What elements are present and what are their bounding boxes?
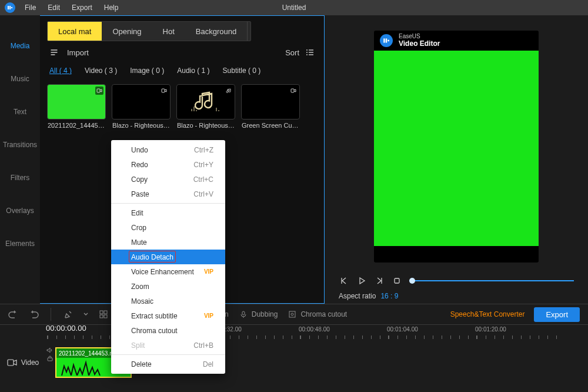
tab-hot[interactable]: Hot	[152, 22, 185, 41]
context-menu: UndoCtrl+Z RedoCtrl+Y CopyCtrl+C PasteCt…	[111, 140, 225, 374]
menu-file[interactable]: File	[19, 4, 42, 12]
media-item[interactable]: Blazo - Righteous Pa…	[112, 84, 171, 129]
timeline-toolbar: Mosaic Freeze Duration Dubbing Chroma cu…	[0, 304, 588, 325]
menu-help[interactable]: Help	[98, 4, 125, 12]
mute-track-icon[interactable]	[46, 347, 54, 353]
side-tab-transitions[interactable]: Transitions	[0, 128, 40, 161]
play-button[interactable]	[356, 275, 367, 286]
ctx-edit[interactable]: Edit	[111, 205, 225, 220]
recent-icon[interactable]	[49, 48, 59, 57]
ctx-crop[interactable]: Crop	[111, 220, 225, 235]
tab-local-mat[interactable]: Local mat	[48, 22, 102, 41]
import-row: Import Sort	[40, 44, 324, 61]
preview-panel: EaseUS Video Editor Aspect ratio 16 : 9	[325, 15, 588, 304]
svg-rect-26	[100, 315, 103, 318]
svg-rect-9	[97, 89, 100, 92]
media-category-tabs: Local mat Opening Hot Background	[40, 18, 324, 44]
ctx-chroma-cutout[interactable]: Chroma cutout	[111, 323, 225, 338]
side-tab-music[interactable]: Music	[0, 62, 40, 95]
export-button[interactable]: Export	[534, 307, 580, 322]
ctx-voice-enhancement[interactable]: Voice EnhancementVIP	[111, 264, 225, 279]
svg-point-7	[306, 54, 308, 55]
workspace: Media Music Text Transitions Filters Ove…	[0, 15, 588, 304]
svg-point-5	[306, 52, 308, 53]
media-item-label: Green Screen Cutout…	[241, 119, 300, 129]
ctx-copy[interactable]: CopyCtrl+C	[111, 172, 225, 187]
edit-tool-button[interactable]	[63, 309, 74, 320]
product-name: Video Editor	[399, 40, 440, 48]
chroma-cutout-button[interactable]: Chroma cutout	[287, 309, 347, 320]
mosaic-icon	[98, 309, 109, 320]
tab-opening[interactable]: Opening	[102, 22, 152, 41]
svg-rect-1	[9, 6, 11, 9]
side-tab-overlays[interactable]: Overlays	[0, 194, 40, 227]
svg-rect-4	[309, 49, 313, 50]
side-tab-text[interactable]: Text	[0, 95, 40, 128]
video-icon	[289, 87, 298, 95]
ctx-zoom[interactable]: Zoom	[111, 279, 225, 294]
menu-edit[interactable]: Edit	[42, 4, 66, 12]
filter-subtitle[interactable]: Subtitle ( 0 )	[223, 67, 261, 75]
prev-frame-button[interactable]	[339, 275, 349, 286]
edit-dropdown-icon[interactable]	[83, 309, 89, 320]
track-label: Video	[0, 358, 46, 367]
divider	[51, 308, 51, 321]
time-mark: 00:00:48.00	[299, 326, 330, 333]
preview-viewport[interactable]	[374, 51, 539, 263]
ctx-separator	[111, 203, 225, 204]
tab-background[interactable]: Background	[185, 22, 247, 41]
media-item-label: 20211202_144453.m…	[47, 119, 106, 129]
ctx-extract-subtitle[interactable]: Extract subtitleVIP	[111, 308, 225, 323]
ctx-paste[interactable]: PasteCtrl+V	[111, 187, 225, 201]
svg-rect-23	[395, 278, 399, 283]
ctx-delete[interactable]: DeleteDel	[111, 357, 225, 371]
lock-track-icon[interactable]	[46, 356, 54, 361]
video-track[interactable]: Video 20211202_144453.m…	[0, 345, 588, 380]
side-tab-strip: Media Music Text Transitions Filters Ove…	[0, 15, 40, 304]
timeline[interactable]: 00:00:00.00 00:00:16.00 00:00:32.00 00:0…	[0, 325, 588, 392]
video-track-icon	[7, 358, 18, 367]
ctx-mute[interactable]: Mute	[111, 235, 225, 250]
side-tab-elements[interactable]: Elements	[0, 227, 40, 260]
filter-audio[interactable]: Audio ( 1 )	[177, 67, 209, 75]
preview-header: EaseUS Video Editor	[374, 31, 539, 51]
import-button[interactable]: Import	[67, 48, 89, 57]
side-tab-filters[interactable]: Filters	[0, 161, 40, 194]
svg-rect-17	[383, 38, 385, 42]
stop-button[interactable]	[392, 275, 402, 286]
ctx-undo[interactable]: UndoCtrl+Z	[111, 142, 225, 157]
filter-all[interactable]: All ( 4 )	[49, 67, 72, 75]
svg-point-19	[387, 40, 389, 42]
ctx-audio-detach[interactable]: Audio Detach	[111, 250, 225, 264]
dubbing-button[interactable]: Dubbing	[238, 309, 278, 320]
speech-text-converter-button[interactable]: Speech&Text Converter	[450, 310, 525, 318]
sort-list-icon[interactable]	[305, 48, 315, 57]
filter-image[interactable]: Image ( 0 )	[130, 67, 164, 75]
music-note-icon	[177, 85, 235, 119]
redo-button[interactable]	[28, 309, 39, 320]
ctx-mosaic[interactable]: Mosaic	[111, 294, 225, 308]
brand-logo-icon	[380, 34, 393, 47]
side-tab-media[interactable]: Media	[0, 29, 40, 62]
aspect-ratio-value[interactable]: 16 : 9	[380, 292, 398, 300]
playback-slider[interactable]	[409, 278, 574, 284]
undo-button[interactable]	[8, 309, 19, 320]
svg-rect-8	[309, 54, 313, 55]
ctx-redo[interactable]: RedoCtrl+Y	[111, 157, 225, 172]
svg-rect-25	[104, 311, 107, 314]
media-thumbnails: 20211202_144453.m… Blazo - Righteous Pa……	[40, 81, 324, 129]
svg-rect-18	[386, 38, 387, 42]
video-icon	[95, 87, 103, 95]
tab-more[interactable]	[247, 22, 250, 41]
svg-rect-16	[291, 89, 294, 92]
next-frame-button[interactable]	[374, 275, 385, 286]
media-item[interactable]: Blazo - Righteous Pa…	[176, 84, 235, 129]
time-ruler[interactable]: 00:00:16.00 00:00:32.00 00:00:48.00 00:0…	[0, 325, 588, 341]
svg-rect-27	[104, 315, 107, 318]
sort-label[interactable]: Sort	[285, 48, 299, 57]
media-item[interactable]: 20211202_144453.m…	[47, 84, 106, 129]
svg-point-33	[291, 313, 293, 315]
menu-export[interactable]: Export	[66, 4, 98, 12]
filter-video[interactable]: Video ( 3 )	[85, 67, 117, 75]
media-item[interactable]: Green Screen Cutout…	[241, 84, 300, 129]
